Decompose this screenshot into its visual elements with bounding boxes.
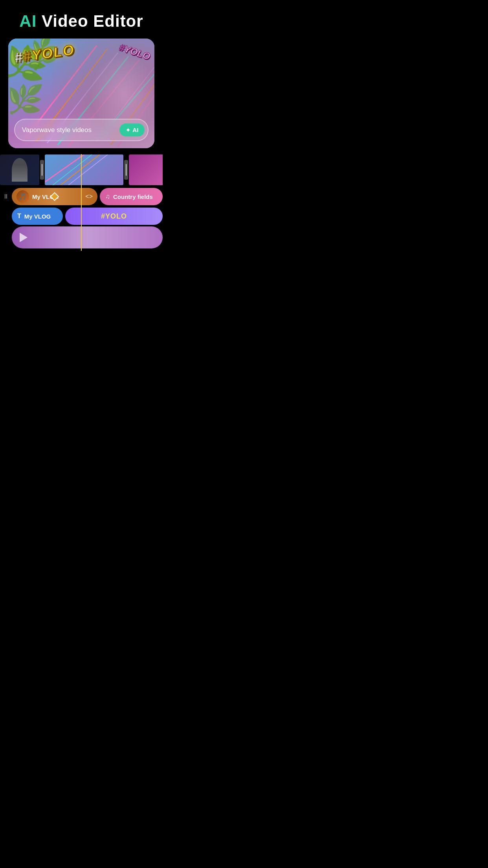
video-preview-container: 🌿 🌿 🌿 ##YOLO #YOLO Vaporwave style video… [8, 39, 155, 148]
text-hashtag-track-row: T My VLOG #YOLO [0, 208, 163, 225]
play-track[interactable] [12, 226, 163, 248]
sparkle-icon: ✦ [126, 127, 130, 133]
audio-track-avatar: 🎵 [17, 190, 29, 203]
tracks-area: ⏸ 🎵 My VLOG <> ♫ Country fields [0, 188, 163, 251]
play-track-icon [20, 233, 28, 242]
clip-divider-2 [124, 160, 128, 180]
music-track[interactable]: ♫ Country fields [100, 188, 163, 205]
ai-prompt-bar: Vaporwave style videos ✦ AI [14, 119, 149, 141]
audio-track[interactable]: 🎵 My VLOG <> [12, 188, 97, 205]
clip-thumb-3[interactable] [129, 154, 163, 185]
fern-bottom-icon: 🌿 [8, 81, 45, 119]
video-preview: 🌿 🌿 🌿 ##YOLO #YOLO Vaporwave style video… [8, 39, 155, 148]
svg-line-11 [61, 154, 100, 185]
audio-track-arrows[interactable]: <> [85, 193, 93, 200]
music-track-label: Country fields [113, 193, 153, 200]
header: AI Video Editor [0, 0, 163, 35]
ai-generate-button[interactable]: ✦ AI [119, 123, 145, 136]
clip-divider-1 [40, 160, 44, 180]
clips-strip: + [0, 154, 163, 186]
clip-thumb-2[interactable] [45, 154, 123, 185]
music-note-icon: ♫ [105, 193, 110, 200]
hashtag-track[interactable]: #YOLO [65, 208, 163, 225]
ai-prompt-text: Vaporwave style videos [22, 126, 120, 134]
hashtag-track-label: #YOLO [101, 212, 127, 221]
neon-mini-svg [45, 154, 123, 185]
app-container: AI Video Editor [0, 0, 163, 251]
clip-thumb-1[interactable] [0, 154, 39, 185]
title-rest: Video Editor [37, 12, 143, 30]
text-track-label: My VLOG [24, 213, 51, 220]
text-track-icon: T [17, 213, 21, 220]
ai-label: AI [19, 12, 37, 30]
svg-line-12 [68, 154, 108, 185]
page-title: AI Video Editor [8, 12, 155, 31]
text-track[interactable]: T My VLOG [12, 208, 63, 225]
audio-track-row: ⏸ 🎵 My VLOG <> ♫ Country fields [0, 188, 163, 205]
timeline-section: + ⏸ 🎵 My VLOG <> ♫ Country [0, 154, 163, 251]
play-track-row [0, 227, 163, 251]
svg-line-10 [53, 154, 92, 185]
ai-button-label: AI [132, 127, 138, 133]
audio-track-handle[interactable]: ⏸ [0, 188, 12, 205]
